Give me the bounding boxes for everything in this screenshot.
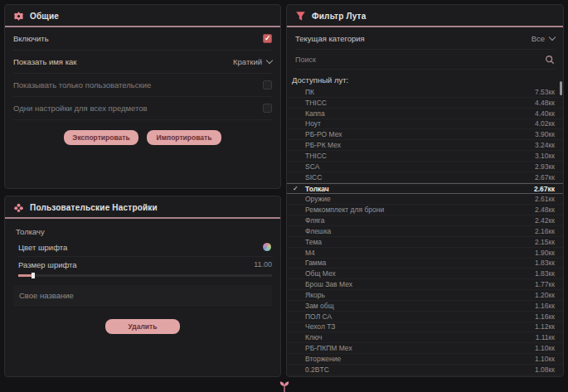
export-button[interactable]: Экспортировать bbox=[64, 130, 138, 145]
enable-label: Включить bbox=[13, 34, 49, 43]
loot-item-price: 7.53кк bbox=[535, 88, 555, 96]
loot-item-row[interactable]: ✓ Тема 2.15кк bbox=[287, 237, 563, 248]
slider-handle[interactable] bbox=[32, 273, 35, 278]
loot-item-row[interactable]: ✓ Флешка 2.16кк bbox=[287, 226, 563, 237]
font-color-label: Цвет шрифта bbox=[18, 243, 67, 252]
loot-item-row[interactable]: ✓ 0.2BTC 1.08кк bbox=[287, 365, 563, 375]
loot-item-row[interactable]: ✓ SICC 2.67кк bbox=[287, 172, 563, 183]
panel-custom-header: Пользовательские Настройки bbox=[5, 196, 280, 216]
user-settings-icon bbox=[13, 202, 24, 213]
loot-item-price: 4.48кк bbox=[535, 99, 555, 107]
loot-item-price: 3.10кк bbox=[535, 152, 555, 160]
loot-item-price: 2.93кк bbox=[535, 162, 555, 171]
loot-item-name: Вторжение bbox=[305, 355, 341, 363]
loot-item-row[interactable]: ✓ Чехол ТЗ 1.12кк bbox=[287, 322, 563, 333]
loot-item-row[interactable]: ✓ РБ-ПКПМ Мех 1.10кк bbox=[287, 343, 563, 354]
loot-item-row[interactable]: ✓ Ключ 1.11кк bbox=[287, 332, 563, 343]
loot-item-price: 2.67кк bbox=[534, 185, 555, 193]
loot-item-row[interactable]: ✓ Фляга 2.42кк bbox=[287, 215, 563, 226]
loot-item-price: 3.90кк bbox=[535, 130, 555, 138]
loot-item-row[interactable]: ✓ Брош Зав Мех 1.77кк bbox=[287, 279, 563, 290]
loot-item-name: THICC bbox=[305, 152, 327, 160]
loot-item-row[interactable]: ✓ THICC 3.10кк bbox=[287, 151, 563, 162]
loot-item-row[interactable]: ✓ Оружие 2.61кк bbox=[287, 194, 563, 205]
custom-name-row bbox=[13, 285, 272, 306]
color-picker-icon[interactable] bbox=[262, 242, 272, 252]
loot-item-row[interactable]: ✓ М4 1.90кк bbox=[287, 248, 563, 259]
loot-item-row[interactable]: ✓ РБ-РО Мех 3.90кк bbox=[287, 129, 563, 140]
import-button[interactable]: Импортировать bbox=[147, 130, 221, 145]
category-dropdown[interactable]: Все bbox=[532, 34, 555, 43]
panel-filter-title: Фильтр Лута bbox=[312, 12, 366, 21]
loot-item-name: Фляга bbox=[305, 216, 324, 225]
same-settings-checkbox[interactable] bbox=[263, 104, 272, 113]
loot-item-name: Толкач bbox=[305, 185, 329, 193]
loot-item-name: Оружие bbox=[305, 195, 331, 203]
loot-item-name: РБ-РО Мех bbox=[305, 130, 342, 138]
panel-general-header: Общие bbox=[5, 5, 280, 25]
loot-item-row[interactable]: ✓ SCA 2.93кк bbox=[287, 162, 563, 172]
loot-item-price: 1.20кк bbox=[535, 291, 555, 299]
loot-item-price: 1.08кк bbox=[535, 365, 555, 374]
loot-item-price: 2.48кк bbox=[535, 206, 555, 214]
loot-item-row[interactable]: ✓ Ремкомплект для брони 2.48кк bbox=[287, 205, 563, 215]
loot-item-row[interactable]: ✓ ПК 7.53кк bbox=[287, 87, 563, 98]
loot-item-name: DSPT bbox=[305, 376, 324, 377]
loot-item-name: Гамма bbox=[305, 259, 326, 267]
loot-item-price: 3.24кк bbox=[535, 141, 555, 149]
loot-item-price: 1.83кк bbox=[535, 259, 555, 267]
font-size-slider[interactable] bbox=[18, 274, 272, 277]
loot-item-row[interactable]: ✓ DSPT 1.00кк bbox=[287, 375, 563, 377]
loot-item-name: SCA bbox=[305, 162, 319, 171]
loot-item-name: Ключ bbox=[305, 333, 323, 341]
loot-item-row[interactable]: ✓ ПОЛ СА 1.16кк bbox=[287, 312, 563, 322]
search-row bbox=[295, 50, 555, 70]
app-window: Общие Включить Показать имя как Краткий … bbox=[0, 0, 568, 392]
setting-row-name-mode: Показать имя как Краткий bbox=[13, 51, 272, 74]
enable-checkbox[interactable] bbox=[263, 34, 272, 43]
chevron-down-icon bbox=[266, 57, 273, 64]
loot-item-row[interactable]: ✓ Якорь 1.20кк bbox=[287, 290, 563, 301]
loot-item-row[interactable]: ✓ THICC 4.48кк bbox=[287, 98, 563, 109]
setting-row-same-settings: Одни настройки для всех предметов bbox=[13, 97, 272, 120]
loot-item-name: THICC bbox=[305, 99, 327, 107]
loot-item-row[interactable]: ✓ Гамма 1.83кк bbox=[287, 259, 563, 269]
loot-item-name: 0.2BTC bbox=[305, 365, 329, 374]
loot-item-name: Тема bbox=[305, 238, 322, 246]
same-settings-label: Одни настройки для всех предметов bbox=[13, 104, 148, 113]
loot-item-price: 1.16кк bbox=[535, 302, 555, 310]
divider bbox=[5, 217, 280, 219]
custom-name-input[interactable] bbox=[13, 291, 272, 300]
setting-row-enable: Включить bbox=[13, 27, 272, 51]
only-custom-checkbox[interactable] bbox=[263, 80, 272, 90]
loot-item-row[interactable]: ✓ Вторжение 1.10кк bbox=[287, 354, 563, 365]
loot-item-price: 4.40кк bbox=[535, 109, 555, 118]
loot-item-row[interactable]: ✓ Зам общ 1.16кк bbox=[287, 301, 563, 312]
name-mode-dropdown[interactable]: Краткий bbox=[233, 57, 272, 66]
delete-button[interactable]: Удалить bbox=[105, 319, 180, 334]
loot-item-price: 1.90кк bbox=[535, 249, 555, 257]
loot-item-price: 1.11кк bbox=[536, 333, 555, 341]
panel-loot-filter: Фильтр Лута Текущая категория Все Доступ… bbox=[286, 4, 564, 377]
loot-item-name: Чехол ТЗ bbox=[305, 322, 335, 331]
bottom-logo-icon bbox=[279, 380, 290, 392]
loot-item-row[interactable]: ✓ Толкач 2.67кк bbox=[287, 183, 563, 195]
slider-fill bbox=[18, 274, 32, 277]
panel-custom-settings: Пользовательские Настройки Толкачу Цвет … bbox=[4, 196, 281, 377]
font-color-row: Цвет шрифта bbox=[18, 238, 272, 257]
loot-item-name: РБ-РК Мех bbox=[305, 141, 341, 149]
panel-custom-title: Пользовательские Настройки bbox=[30, 203, 158, 212]
check-icon: ✓ bbox=[293, 185, 299, 192]
list-scrollbar[interactable] bbox=[560, 81, 562, 95]
loot-item-name: Зам общ bbox=[305, 302, 334, 310]
panel-general-title: Общие bbox=[30, 12, 59, 21]
search-input[interactable] bbox=[295, 56, 545, 64]
loot-item-row[interactable]: ✓ Ноут 4.02кк bbox=[287, 119, 563, 130]
search-icon[interactable] bbox=[545, 55, 555, 65]
font-size-label: Размер шрифта bbox=[18, 260, 77, 269]
loot-item-row[interactable]: ✓ Общ Мех 1.83кк bbox=[287, 269, 563, 279]
loot-item-row[interactable]: ✓ Каппа 4.40кк bbox=[287, 109, 563, 119]
loot-item-price: 1.00кк bbox=[535, 376, 555, 377]
loot-item-name: Общ Мех bbox=[305, 269, 336, 278]
loot-item-row[interactable]: ✓ РБ-РК Мех 3.24кк bbox=[287, 140, 563, 151]
